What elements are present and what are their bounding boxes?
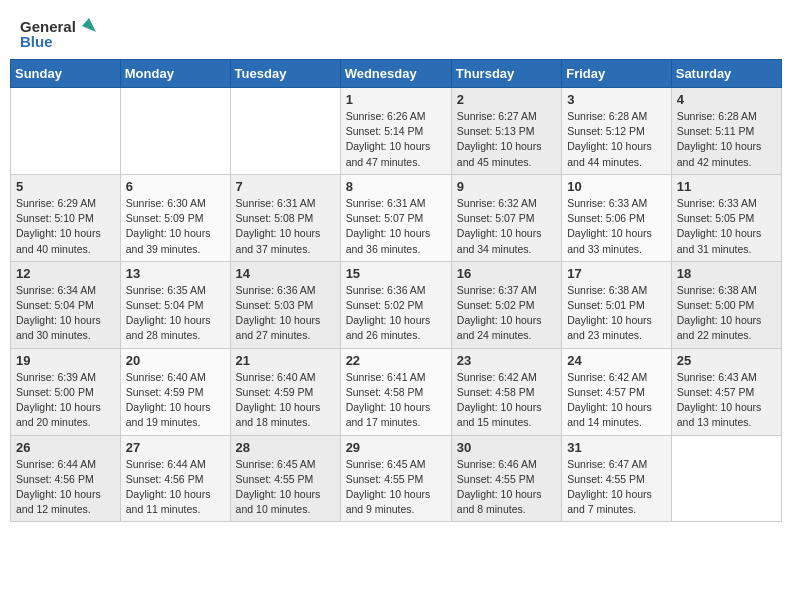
day-number: 25: [677, 353, 776, 368]
day-info: Sunrise: 6:35 AMSunset: 5:04 PMDaylight:…: [126, 283, 225, 344]
day-info: Sunrise: 6:47 AMSunset: 4:55 PMDaylight:…: [567, 457, 666, 518]
day-number: 5: [16, 179, 115, 194]
day-number: 8: [346, 179, 446, 194]
week-row-1: 1Sunrise: 6:26 AMSunset: 5:14 PMDaylight…: [11, 88, 782, 175]
day-cell: 18Sunrise: 6:38 AMSunset: 5:00 PMDayligh…: [671, 261, 781, 348]
day-number: 1: [346, 92, 446, 107]
day-info: Sunrise: 6:38 AMSunset: 5:00 PMDaylight:…: [677, 283, 776, 344]
day-info: Sunrise: 6:37 AMSunset: 5:02 PMDaylight:…: [457, 283, 556, 344]
day-cell: 27Sunrise: 6:44 AMSunset: 4:56 PMDayligh…: [120, 435, 230, 522]
day-number: 16: [457, 266, 556, 281]
day-info: Sunrise: 6:29 AMSunset: 5:10 PMDaylight:…: [16, 196, 115, 257]
day-number: 31: [567, 440, 666, 455]
day-cell: 1Sunrise: 6:26 AMSunset: 5:14 PMDaylight…: [340, 88, 451, 175]
day-number: 21: [236, 353, 335, 368]
day-info: Sunrise: 6:40 AMSunset: 4:59 PMDaylight:…: [236, 370, 335, 431]
day-number: 24: [567, 353, 666, 368]
day-cell: 11Sunrise: 6:33 AMSunset: 5:05 PMDayligh…: [671, 174, 781, 261]
day-info: Sunrise: 6:46 AMSunset: 4:55 PMDaylight:…: [457, 457, 556, 518]
day-cell: 13Sunrise: 6:35 AMSunset: 5:04 PMDayligh…: [120, 261, 230, 348]
calendar-table: SundayMondayTuesdayWednesdayThursdayFrid…: [10, 59, 782, 522]
day-header-sunday: Sunday: [11, 60, 121, 88]
day-info: Sunrise: 6:41 AMSunset: 4:58 PMDaylight:…: [346, 370, 446, 431]
page-header: General Blue: [10, 10, 782, 53]
day-cell: 8Sunrise: 6:31 AMSunset: 5:07 PMDaylight…: [340, 174, 451, 261]
day-info: Sunrise: 6:33 AMSunset: 5:05 PMDaylight:…: [677, 196, 776, 257]
day-number: 13: [126, 266, 225, 281]
day-info: Sunrise: 6:26 AMSunset: 5:14 PMDaylight:…: [346, 109, 446, 170]
day-cell: 2Sunrise: 6:27 AMSunset: 5:13 PMDaylight…: [451, 88, 561, 175]
day-number: 30: [457, 440, 556, 455]
logo: General Blue: [20, 18, 96, 49]
day-info: Sunrise: 6:38 AMSunset: 5:01 PMDaylight:…: [567, 283, 666, 344]
svg-marker-0: [82, 18, 96, 32]
day-cell: 22Sunrise: 6:41 AMSunset: 4:58 PMDayligh…: [340, 348, 451, 435]
day-cell: 15Sunrise: 6:36 AMSunset: 5:02 PMDayligh…: [340, 261, 451, 348]
day-header-wednesday: Wednesday: [340, 60, 451, 88]
day-cell: 9Sunrise: 6:32 AMSunset: 5:07 PMDaylight…: [451, 174, 561, 261]
week-row-5: 26Sunrise: 6:44 AMSunset: 4:56 PMDayligh…: [11, 435, 782, 522]
day-info: Sunrise: 6:28 AMSunset: 5:11 PMDaylight:…: [677, 109, 776, 170]
day-number: 14: [236, 266, 335, 281]
day-info: Sunrise: 6:39 AMSunset: 5:00 PMDaylight:…: [16, 370, 115, 431]
logo-general: General: [20, 18, 96, 34]
day-number: 9: [457, 179, 556, 194]
day-number: 19: [16, 353, 115, 368]
day-header-monday: Monday: [120, 60, 230, 88]
day-cell: 19Sunrise: 6:39 AMSunset: 5:00 PMDayligh…: [11, 348, 121, 435]
day-number: 27: [126, 440, 225, 455]
day-number: 10: [567, 179, 666, 194]
day-cell: [120, 88, 230, 175]
day-number: 29: [346, 440, 446, 455]
day-number: 17: [567, 266, 666, 281]
day-number: 23: [457, 353, 556, 368]
day-cell: 24Sunrise: 6:42 AMSunset: 4:57 PMDayligh…: [562, 348, 672, 435]
day-info: Sunrise: 6:28 AMSunset: 5:12 PMDaylight:…: [567, 109, 666, 170]
day-number: 2: [457, 92, 556, 107]
day-info: Sunrise: 6:45 AMSunset: 4:55 PMDaylight:…: [236, 457, 335, 518]
day-cell: 26Sunrise: 6:44 AMSunset: 4:56 PMDayligh…: [11, 435, 121, 522]
day-info: Sunrise: 6:31 AMSunset: 5:07 PMDaylight:…: [346, 196, 446, 257]
day-cell: 23Sunrise: 6:42 AMSunset: 4:58 PMDayligh…: [451, 348, 561, 435]
day-header-friday: Friday: [562, 60, 672, 88]
day-number: 28: [236, 440, 335, 455]
day-number: 11: [677, 179, 776, 194]
day-number: 12: [16, 266, 115, 281]
day-number: 7: [236, 179, 335, 194]
day-cell: 14Sunrise: 6:36 AMSunset: 5:03 PMDayligh…: [230, 261, 340, 348]
day-info: Sunrise: 6:36 AMSunset: 5:02 PMDaylight:…: [346, 283, 446, 344]
day-info: Sunrise: 6:44 AMSunset: 4:56 PMDaylight:…: [16, 457, 115, 518]
day-info: Sunrise: 6:32 AMSunset: 5:07 PMDaylight:…: [457, 196, 556, 257]
day-cell: 7Sunrise: 6:31 AMSunset: 5:08 PMDaylight…: [230, 174, 340, 261]
day-header-tuesday: Tuesday: [230, 60, 340, 88]
day-cell: 21Sunrise: 6:40 AMSunset: 4:59 PMDayligh…: [230, 348, 340, 435]
day-cell: 31Sunrise: 6:47 AMSunset: 4:55 PMDayligh…: [562, 435, 672, 522]
logo-blue: Blue: [20, 34, 96, 49]
week-row-2: 5Sunrise: 6:29 AMSunset: 5:10 PMDaylight…: [11, 174, 782, 261]
day-cell: 4Sunrise: 6:28 AMSunset: 5:11 PMDaylight…: [671, 88, 781, 175]
day-info: Sunrise: 6:45 AMSunset: 4:55 PMDaylight:…: [346, 457, 446, 518]
day-header-thursday: Thursday: [451, 60, 561, 88]
day-info: Sunrise: 6:30 AMSunset: 5:09 PMDaylight:…: [126, 196, 225, 257]
calendar-header-row: SundayMondayTuesdayWednesdayThursdayFrid…: [11, 60, 782, 88]
day-number: 4: [677, 92, 776, 107]
calendar-body: 1Sunrise: 6:26 AMSunset: 5:14 PMDaylight…: [11, 88, 782, 522]
day-number: 22: [346, 353, 446, 368]
day-info: Sunrise: 6:42 AMSunset: 4:57 PMDaylight:…: [567, 370, 666, 431]
day-number: 20: [126, 353, 225, 368]
day-info: Sunrise: 6:43 AMSunset: 4:57 PMDaylight:…: [677, 370, 776, 431]
day-cell: [11, 88, 121, 175]
day-cell: 16Sunrise: 6:37 AMSunset: 5:02 PMDayligh…: [451, 261, 561, 348]
day-number: 18: [677, 266, 776, 281]
day-cell: [671, 435, 781, 522]
day-cell: 17Sunrise: 6:38 AMSunset: 5:01 PMDayligh…: [562, 261, 672, 348]
day-cell: 20Sunrise: 6:40 AMSunset: 4:59 PMDayligh…: [120, 348, 230, 435]
day-number: 26: [16, 440, 115, 455]
week-row-3: 12Sunrise: 6:34 AMSunset: 5:04 PMDayligh…: [11, 261, 782, 348]
day-number: 15: [346, 266, 446, 281]
day-info: Sunrise: 6:27 AMSunset: 5:13 PMDaylight:…: [457, 109, 556, 170]
day-info: Sunrise: 6:34 AMSunset: 5:04 PMDaylight:…: [16, 283, 115, 344]
day-cell: 10Sunrise: 6:33 AMSunset: 5:06 PMDayligh…: [562, 174, 672, 261]
day-cell: 6Sunrise: 6:30 AMSunset: 5:09 PMDaylight…: [120, 174, 230, 261]
day-number: 3: [567, 92, 666, 107]
